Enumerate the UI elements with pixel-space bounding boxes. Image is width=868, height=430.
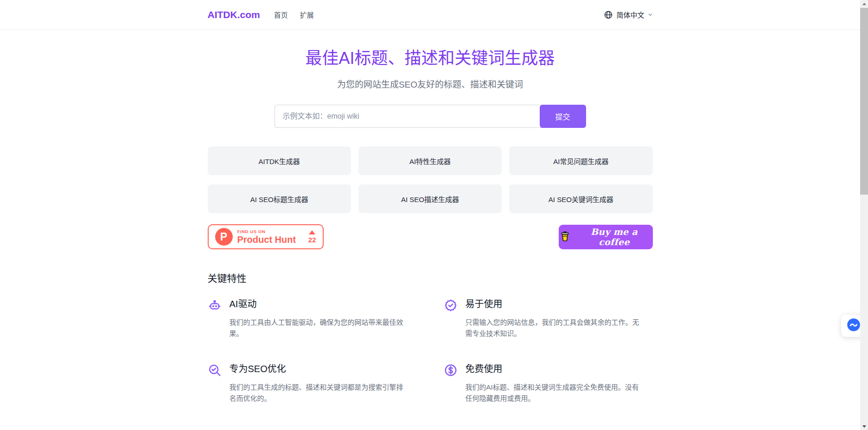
feature-title: AI驱动 bbox=[230, 297, 408, 310]
coffee-cup-icon bbox=[559, 230, 571, 244]
scrollbar[interactable] bbox=[860, 0, 868, 430]
generator-input-row: 提交 bbox=[274, 105, 586, 128]
upvote-widget: 22 bbox=[308, 230, 316, 243]
feature-description: 我们的AI标题、描述和关键词生成器完全免费使用。没有任何隐藏费用或费用。 bbox=[466, 382, 644, 404]
badge-check-icon bbox=[444, 298, 458, 312]
features-grid: AI驱动 我们的工具由人工智能驱动，确保为您的网站带来最佳效果。 易于使用 只需… bbox=[208, 297, 653, 404]
page-title: 最佳AI标题、描述和关键词生成器 bbox=[208, 48, 653, 69]
extension-logo-icon bbox=[847, 318, 861, 334]
nav-link-extensions[interactable]: 扩展 bbox=[300, 10, 314, 19]
generator-button-aitdk[interactable]: AITDK生成器 bbox=[208, 146, 351, 175]
feature-item-free-to-use: 免费使用 我们的AI标题、描述和关键词生成器完全免费使用。没有任何隐藏费用或费用… bbox=[444, 362, 653, 404]
faq-heading: 常见问题解答 bbox=[208, 427, 653, 430]
feature-title: 免费使用 bbox=[466, 362, 644, 375]
page: AITDK.com 首页 扩展 简体中文 最佳AI标题、描述和关键词生成器 bbox=[0, 0, 860, 430]
page-subtitle: 为您的网站生成SEO友好的标题、描述和关键词 bbox=[208, 79, 653, 91]
main-nav: 首页 扩展 bbox=[274, 10, 314, 19]
product-hunt-badge[interactable]: P FIND US ON Product Hunt 22 bbox=[208, 224, 324, 249]
globe-icon bbox=[604, 10, 613, 19]
feature-item-seo-optimized: 专为SEO优化 我们的工具生成的标题、描述和关键词都是为搜索引擎排名而优化的。 bbox=[208, 362, 417, 404]
chevron-down-icon bbox=[648, 12, 653, 17]
generator-button-seo-title[interactable]: AI SEO标题生成器 bbox=[208, 184, 351, 213]
generator-button-faq[interactable]: AI常见问题生成器 bbox=[509, 146, 652, 175]
language-label: 简体中文 bbox=[616, 10, 644, 19]
scrollbar-thumb[interactable] bbox=[860, 8, 868, 195]
feature-description: 只需输入您的网站信息，我们的工具会做其余的工作。无需专业技术知识。 bbox=[466, 317, 644, 339]
features-heading: 关键特性 bbox=[208, 271, 653, 285]
product-hunt-logo-icon: P bbox=[215, 228, 233, 246]
upvote-icon bbox=[309, 230, 315, 234]
scrollbar-down-button[interactable] bbox=[860, 423, 868, 430]
badges-row: P FIND US ON Product Hunt 22 bbox=[208, 224, 653, 249]
brand-logo[interactable]: AITDK.com bbox=[208, 9, 260, 20]
scrollbar-up-button[interactable] bbox=[860, 0, 868, 7]
product-hunt-tagline: FIND US ON bbox=[237, 229, 296, 234]
feature-description: 我们的工具生成的标题、描述和关键词都是为搜索引擎排名而优化的。 bbox=[230, 382, 408, 404]
feature-title: 易于使用 bbox=[466, 297, 644, 310]
upvote-count: 22 bbox=[308, 236, 316, 243]
hero-section: 最佳AI标题、描述和关键词生成器 为您的网站生成SEO友好的标题、描述和关键词 … bbox=[208, 30, 653, 430]
buy-me-a-coffee-button[interactable]: Buy me a coffee bbox=[559, 225, 653, 249]
dollar-circle-icon bbox=[444, 363, 458, 377]
generator-button-seo-description[interactable]: AI SEO描述生成器 bbox=[358, 184, 502, 213]
search-check-icon bbox=[208, 363, 222, 377]
feature-item-ai-powered: AI驱动 我们的工具由人工智能驱动，确保为您的网站带来最佳效果。 bbox=[208, 297, 417, 339]
generator-button-features[interactable]: AI特性生成器 bbox=[358, 146, 502, 175]
sample-text-input[interactable] bbox=[274, 105, 542, 128]
feature-description: 我们的工具由人工智能驱动，确保为您的网站带来最佳效果。 bbox=[230, 317, 408, 339]
header: AITDK.com 首页 扩展 简体中文 bbox=[0, 0, 860, 30]
nav-link-home[interactable]: 首页 bbox=[274, 10, 288, 19]
feature-item-easy-to-use: 易于使用 只需输入您的网站信息，我们的工具会做其余的工作。无需专业技术知识。 bbox=[444, 297, 653, 339]
buy-me-a-coffee-label: Buy me a coffee bbox=[576, 227, 653, 247]
feature-title: 专为SEO优化 bbox=[230, 362, 408, 375]
generator-button-seo-keywords[interactable]: AI SEO关键词生成器 bbox=[509, 184, 652, 213]
generator-buttons-grid: AITDK生成器 AI特性生成器 AI常见问题生成器 AI SEO标题生成器 A… bbox=[208, 146, 653, 213]
product-hunt-name: Product Hunt bbox=[237, 235, 296, 244]
submit-button[interactable]: 提交 bbox=[540, 105, 586, 128]
language-selector[interactable]: 简体中文 bbox=[604, 10, 652, 19]
robot-icon bbox=[208, 298, 222, 312]
